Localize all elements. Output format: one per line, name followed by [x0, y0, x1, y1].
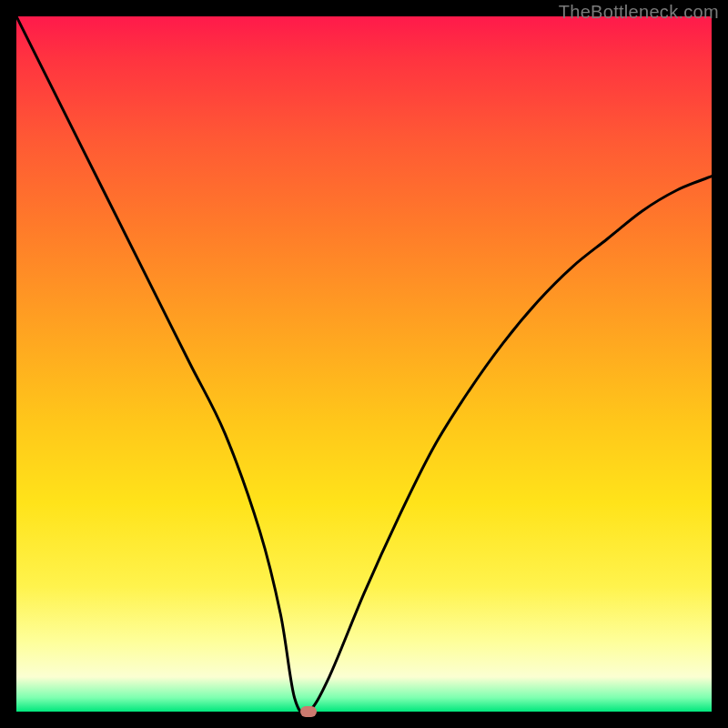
bottleneck-curve [16, 16, 712, 712]
plot-area [16, 16, 712, 712]
minimum-marker [300, 706, 317, 717]
chart-frame: TheBottleneck.com [0, 0, 728, 728]
curve-svg [16, 16, 712, 712]
